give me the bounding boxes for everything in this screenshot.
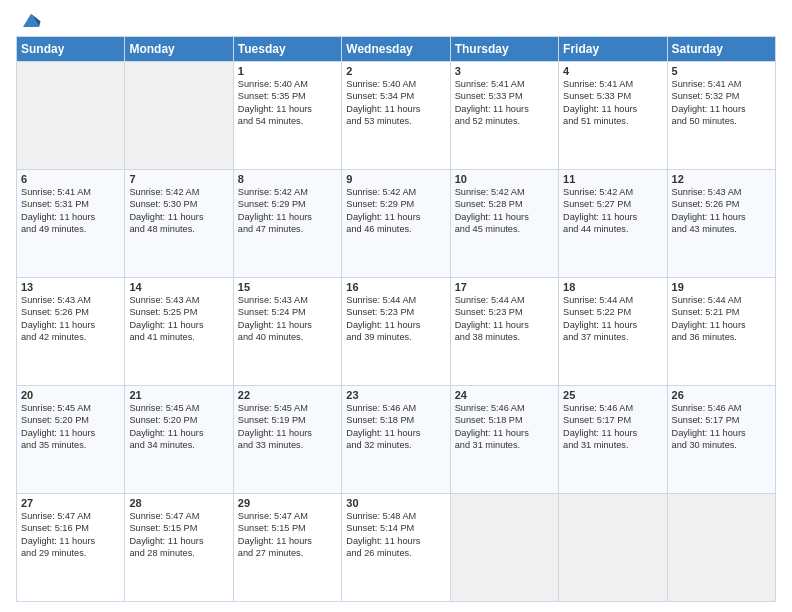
day-number: 13 [21,281,120,293]
day-info: Sunrise: 5:44 AMSunset: 5:22 PMDaylight:… [563,294,662,344]
calendar-cell: 18Sunrise: 5:44 AMSunset: 5:22 PMDayligh… [559,278,667,386]
calendar-cell: 3Sunrise: 5:41 AMSunset: 5:33 PMDaylight… [450,62,558,170]
calendar-cell: 9Sunrise: 5:42 AMSunset: 5:29 PMDaylight… [342,170,450,278]
day-info: Sunrise: 5:43 AMSunset: 5:24 PMDaylight:… [238,294,337,344]
day-number: 12 [672,173,771,185]
calendar-cell [125,62,233,170]
day-info: Sunrise: 5:40 AMSunset: 5:34 PMDaylight:… [346,78,445,128]
calendar-cell: 25Sunrise: 5:46 AMSunset: 5:17 PMDayligh… [559,386,667,494]
logo [16,10,42,30]
day-info: Sunrise: 5:44 AMSunset: 5:21 PMDaylight:… [672,294,771,344]
calendar-cell: 4Sunrise: 5:41 AMSunset: 5:33 PMDaylight… [559,62,667,170]
day-number: 19 [672,281,771,293]
day-info: Sunrise: 5:41 AMSunset: 5:33 PMDaylight:… [455,78,554,128]
calendar-week-row: 6Sunrise: 5:41 AMSunset: 5:31 PMDaylight… [17,170,776,278]
day-number: 11 [563,173,662,185]
calendar-cell: 27Sunrise: 5:47 AMSunset: 5:16 PMDayligh… [17,494,125,602]
day-info: Sunrise: 5:42 AMSunset: 5:28 PMDaylight:… [455,186,554,236]
calendar-cell: 21Sunrise: 5:45 AMSunset: 5:20 PMDayligh… [125,386,233,494]
day-number: 30 [346,497,445,509]
header [16,10,776,30]
calendar-cell: 22Sunrise: 5:45 AMSunset: 5:19 PMDayligh… [233,386,341,494]
day-info: Sunrise: 5:42 AMSunset: 5:29 PMDaylight:… [238,186,337,236]
day-number: 6 [21,173,120,185]
calendar-cell: 16Sunrise: 5:44 AMSunset: 5:23 PMDayligh… [342,278,450,386]
day-info: Sunrise: 5:40 AMSunset: 5:35 PMDaylight:… [238,78,337,128]
day-number: 3 [455,65,554,77]
day-info: Sunrise: 5:47 AMSunset: 5:15 PMDaylight:… [129,510,228,560]
calendar-cell [559,494,667,602]
page: SundayMondayTuesdayWednesdayThursdayFrid… [0,0,792,612]
day-info: Sunrise: 5:45 AMSunset: 5:20 PMDaylight:… [129,402,228,452]
calendar-day-header: Monday [125,37,233,62]
day-number: 23 [346,389,445,401]
day-info: Sunrise: 5:42 AMSunset: 5:29 PMDaylight:… [346,186,445,236]
calendar-cell: 28Sunrise: 5:47 AMSunset: 5:15 PMDayligh… [125,494,233,602]
calendar-header-row: SundayMondayTuesdayWednesdayThursdayFrid… [17,37,776,62]
calendar-week-row: 20Sunrise: 5:45 AMSunset: 5:20 PMDayligh… [17,386,776,494]
day-number: 18 [563,281,662,293]
calendar-cell: 8Sunrise: 5:42 AMSunset: 5:29 PMDaylight… [233,170,341,278]
day-info: Sunrise: 5:42 AMSunset: 5:27 PMDaylight:… [563,186,662,236]
day-number: 21 [129,389,228,401]
calendar-week-row: 13Sunrise: 5:43 AMSunset: 5:26 PMDayligh… [17,278,776,386]
day-number: 9 [346,173,445,185]
day-info: Sunrise: 5:41 AMSunset: 5:32 PMDaylight:… [672,78,771,128]
calendar-cell: 7Sunrise: 5:42 AMSunset: 5:30 PMDaylight… [125,170,233,278]
calendar-cell: 29Sunrise: 5:47 AMSunset: 5:15 PMDayligh… [233,494,341,602]
calendar-day-header: Wednesday [342,37,450,62]
day-number: 1 [238,65,337,77]
calendar-cell: 2Sunrise: 5:40 AMSunset: 5:34 PMDaylight… [342,62,450,170]
day-number: 10 [455,173,554,185]
calendar-cell: 13Sunrise: 5:43 AMSunset: 5:26 PMDayligh… [17,278,125,386]
calendar-cell: 1Sunrise: 5:40 AMSunset: 5:35 PMDaylight… [233,62,341,170]
calendar-cell: 10Sunrise: 5:42 AMSunset: 5:28 PMDayligh… [450,170,558,278]
day-info: Sunrise: 5:43 AMSunset: 5:25 PMDaylight:… [129,294,228,344]
day-number: 7 [129,173,228,185]
day-info: Sunrise: 5:44 AMSunset: 5:23 PMDaylight:… [455,294,554,344]
calendar-cell: 6Sunrise: 5:41 AMSunset: 5:31 PMDaylight… [17,170,125,278]
calendar-cell: 11Sunrise: 5:42 AMSunset: 5:27 PMDayligh… [559,170,667,278]
calendar-day-header: Tuesday [233,37,341,62]
day-info: Sunrise: 5:46 AMSunset: 5:18 PMDaylight:… [455,402,554,452]
calendar-cell: 14Sunrise: 5:43 AMSunset: 5:25 PMDayligh… [125,278,233,386]
day-info: Sunrise: 5:47 AMSunset: 5:15 PMDaylight:… [238,510,337,560]
calendar-week-row: 1Sunrise: 5:40 AMSunset: 5:35 PMDaylight… [17,62,776,170]
day-number: 4 [563,65,662,77]
day-number: 25 [563,389,662,401]
calendar-cell [450,494,558,602]
calendar-cell: 12Sunrise: 5:43 AMSunset: 5:26 PMDayligh… [667,170,775,278]
day-number: 8 [238,173,337,185]
calendar-table: SundayMondayTuesdayWednesdayThursdayFrid… [16,36,776,602]
day-info: Sunrise: 5:47 AMSunset: 5:16 PMDaylight:… [21,510,120,560]
day-number: 17 [455,281,554,293]
day-info: Sunrise: 5:45 AMSunset: 5:20 PMDaylight:… [21,402,120,452]
calendar-cell: 26Sunrise: 5:46 AMSunset: 5:17 PMDayligh… [667,386,775,494]
day-info: Sunrise: 5:43 AMSunset: 5:26 PMDaylight:… [21,294,120,344]
calendar-cell: 17Sunrise: 5:44 AMSunset: 5:23 PMDayligh… [450,278,558,386]
day-number: 5 [672,65,771,77]
calendar-cell: 5Sunrise: 5:41 AMSunset: 5:32 PMDaylight… [667,62,775,170]
calendar-day-header: Friday [559,37,667,62]
calendar-cell: 24Sunrise: 5:46 AMSunset: 5:18 PMDayligh… [450,386,558,494]
day-number: 26 [672,389,771,401]
day-info: Sunrise: 5:42 AMSunset: 5:30 PMDaylight:… [129,186,228,236]
calendar-cell: 23Sunrise: 5:46 AMSunset: 5:18 PMDayligh… [342,386,450,494]
day-info: Sunrise: 5:48 AMSunset: 5:14 PMDaylight:… [346,510,445,560]
day-number: 2 [346,65,445,77]
calendar-cell: 30Sunrise: 5:48 AMSunset: 5:14 PMDayligh… [342,494,450,602]
day-number: 16 [346,281,445,293]
calendar-day-header: Sunday [17,37,125,62]
calendar-week-row: 27Sunrise: 5:47 AMSunset: 5:16 PMDayligh… [17,494,776,602]
day-number: 14 [129,281,228,293]
day-number: 29 [238,497,337,509]
calendar-cell [17,62,125,170]
day-info: Sunrise: 5:44 AMSunset: 5:23 PMDaylight:… [346,294,445,344]
calendar-cell: 20Sunrise: 5:45 AMSunset: 5:20 PMDayligh… [17,386,125,494]
day-info: Sunrise: 5:46 AMSunset: 5:17 PMDaylight:… [563,402,662,452]
day-number: 20 [21,389,120,401]
day-number: 22 [238,389,337,401]
day-number: 15 [238,281,337,293]
calendar-day-header: Thursday [450,37,558,62]
calendar-cell [667,494,775,602]
